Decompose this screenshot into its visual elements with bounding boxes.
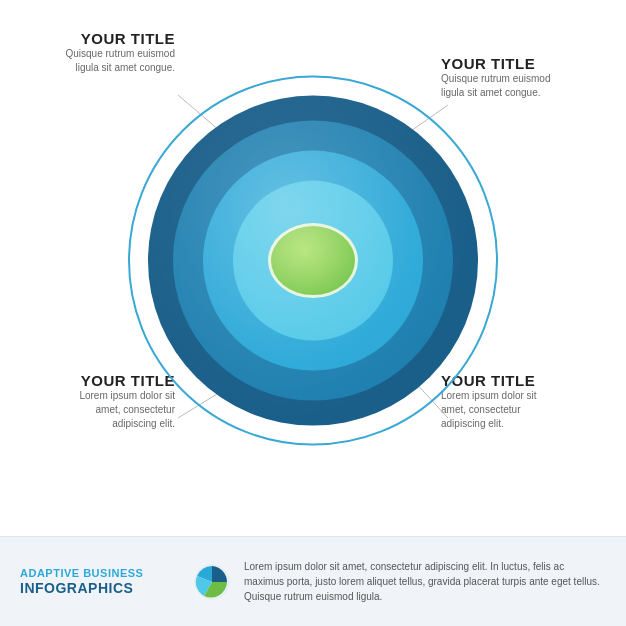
footer-brand-bottom: INFOGRAPHICS <box>20 580 180 597</box>
label-tl-title: YOUR TITLE <box>20 30 175 47</box>
label-tl-desc: Quisque rutrum euismodligula sit amet co… <box>20 47 175 75</box>
footer-brand: ADAPTIVE BUSINESS INFOGRAPHICS <box>20 567 180 597</box>
footer-pie-icon <box>194 564 230 600</box>
label-tr-title: YOUR TITLE <box>441 55 606 72</box>
circle-layer-4 <box>233 181 393 341</box>
label-top-left: YOUR TITLE Quisque rutrum euismodligula … <box>20 30 175 75</box>
circle-center-green <box>268 223 358 298</box>
main-container: YOUR TITLE Quisque rutrum euismodligula … <box>0 0 626 626</box>
circle-layer-2 <box>173 121 453 401</box>
footer: ADAPTIVE BUSINESS INFOGRAPHICS Lorem ips… <box>0 536 626 626</box>
circle-diagram <box>128 76 498 446</box>
diagram-area: YOUR TITLE Quisque rutrum euismodligula … <box>0 0 626 536</box>
circle-layer-1 <box>148 96 478 426</box>
footer-brand-top: ADAPTIVE BUSINESS <box>20 567 180 580</box>
footer-text: Lorem ipsum dolor sit amet, consectetur … <box>244 559 606 604</box>
circle-layer-3 <box>203 151 423 371</box>
